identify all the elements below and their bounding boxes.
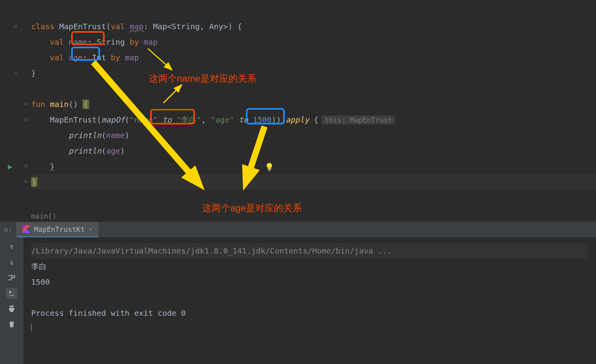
fold-icon[interactable]: ⊟ [14,65,17,81]
fold-icon[interactable]: ⊟ [25,174,27,189]
console-output-line: 李白 [31,259,588,274]
code-line-6: fun main() { [31,96,596,112]
fold-icon[interactable]: ⊟ [25,96,27,112]
delete-icon[interactable] [6,319,17,330]
code-line-2: val name: String by map [31,34,596,50]
close-icon[interactable]: ✕ [89,226,93,233]
scroll-up-icon[interactable]: ↑ [6,241,17,252]
run-tabs-bar: n: MapEnTrustKt ✕ [0,222,596,237]
code-line-4: } [31,65,596,81]
lightbulb-icon[interactable]: 💡 [265,159,274,175]
code-line-1: class MapEnTrust(val map: Map<String, An… [31,19,596,34]
run-gutter-icon[interactable]: ▶ [8,162,12,171]
kotlin-icon [23,225,30,233]
console-cursor [31,321,588,336]
code-line-9: println(age) [31,143,596,159]
code-line-8: println(name) [31,128,596,143]
console-output-line: 1500 [31,274,588,290]
console-area: ↑ ↓ /Library/Java/JavaVirtualMachines/jd… [0,237,596,364]
console-command: /Library/Java/JavaVirtualMachines/jdk1.8… [31,243,588,259]
breadcrumb[interactable]: main() [0,210,596,222]
code-area[interactable]: class MapEnTrust(val map: Map<String, An… [31,0,596,210]
console-output[interactable]: /Library/Java/JavaVirtualMachines/jdk1.8… [23,237,596,364]
code-line-7: MapEnTrust(mapOf("name" to "李白", "age" t… [31,112,596,128]
run-label: n: [0,226,16,234]
console-toolbar: ↑ ↓ [0,237,23,364]
scroll-down-icon[interactable]: ↓ [6,257,17,268]
inlay-hint: this: MapEnTrust [322,116,395,124]
code-line-11: } [31,174,596,190]
fold-icon[interactable]: ⊟ [25,112,27,127]
soft-wrap-icon[interactable] [6,272,17,283]
fold-icon[interactable]: ⊟ [25,158,27,174]
console-empty-line [31,290,588,305]
console-exit-line: Process finished with exit code 0 [31,305,588,321]
code-line-3: val age: Int by map [31,50,596,65]
gutter: ⊟ ⊟ ▶ ⊟ ⊟ ⊟ ⊟ [0,0,31,210]
code-line-10: } [31,159,596,174]
fold-icon[interactable]: ⊟ [14,19,17,34]
tab-label: MapEnTrustKt [34,225,85,233]
scroll-to-end-icon[interactable] [6,288,17,299]
editor-area: ⊟ ⊟ ▶ ⊟ ⊟ ⊟ ⊟ class MapEnTrust(val map: … [0,0,596,210]
run-tab[interactable]: MapEnTrustKt ✕ [16,222,99,237]
print-icon[interactable] [6,303,17,314]
code-line-5 [31,81,596,96]
